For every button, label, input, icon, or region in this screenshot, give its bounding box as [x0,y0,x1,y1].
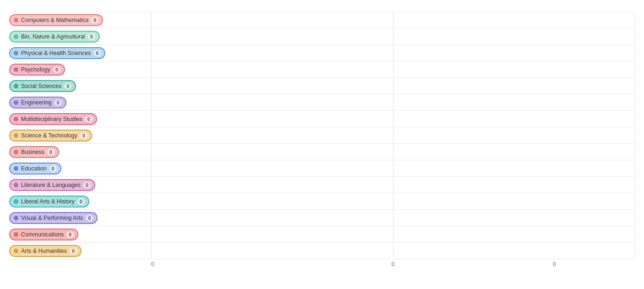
bar-track [151,45,635,61]
x-axis: 000 [9,261,635,267]
bar-label-area: Communications0 [9,226,151,242]
bar-row: Business0 [9,144,635,160]
x-axis-label: 0 [474,261,635,267]
bar-label: Science & Technology [21,132,77,139]
bar-track [151,160,635,176]
bar-track [151,94,635,110]
bar-row: Multidisciplinary Studies0 [9,111,635,127]
bar-row: Visual & Performing Arts0 [9,210,635,226]
bar-row: Bio, Nature & Agricultural0 [9,28,635,45]
bar-pill: Social Sciences0 [9,80,76,92]
bar-pill: Arts & Humanities0 [9,245,82,257]
bar-row: Arts & Humanities0 [9,243,635,259]
bar-label-area: Psychology0 [9,61,151,77]
bar-value: 0 [55,99,62,106]
bar-label: Psychology [21,66,50,73]
bar-label: Visual & Performing Arts [21,215,83,221]
bar-value: 0 [91,17,98,23]
bar-row: Education0 [9,160,635,177]
bar-label: Liberal Arts & History [21,198,75,205]
bar-pill: Engineering0 [9,97,66,109]
bar-label: Bio, Nature & Agricultural [21,33,85,40]
bar-row: Science & Technology0 [9,127,635,144]
bar-label: Business [21,149,44,155]
bar-label: Multidisciplinary Studies [21,116,82,122]
bar-row: Physical & Health Sciences0 [9,45,635,61]
bar-label: Communications [21,231,64,238]
bar-dot-icon [14,232,18,237]
bar-track [151,28,635,44]
bar-label-area: Arts & Humanities0 [9,243,151,259]
bar-pill: Communications0 [9,229,78,240]
bar-value: 0 [47,149,55,155]
bar-value: 0 [70,248,77,254]
bar-dot-icon [14,100,18,105]
bar-row: Communications0 [9,226,635,243]
bar-track [151,243,635,259]
bar-value: 0 [49,165,57,172]
bar-track [151,78,635,94]
bar-label-area: Computers & Mathematics0 [9,12,151,28]
bar-dot-icon [14,67,18,72]
bar-track [151,193,635,209]
bar-dot-icon [14,150,18,154]
bar-label-area: Social Sciences0 [9,78,151,94]
bar-track [151,144,635,160]
bar-dot-icon [14,18,18,22]
bar-label-area: Liberal Arts & History0 [9,193,151,209]
bar-pill: Computers & Mathematics0 [9,14,103,26]
bar-pill: Literature & Languages0 [9,179,95,191]
bar-value: 0 [77,198,85,205]
bar-row: Computers & Mathematics0 [9,12,635,28]
bar-pill: Liberal Arts & History0 [9,196,89,207]
bar-pill: Education0 [9,163,61,174]
bar-track [151,111,635,127]
bar-dot-icon [14,34,18,39]
bar-row: Psychology0 [9,61,635,78]
bar-label: Engineering [21,99,52,106]
bar-label-area: Bio, Nature & Agricultural0 [9,28,151,44]
bar-label: Computers & Mathematics [21,17,88,23]
bar-label-area: Physical & Health Sciences0 [9,45,151,61]
bar-value: 0 [80,132,87,139]
bar-value: 0 [64,83,71,89]
bar-label-area: Visual & Performing Arts0 [9,210,151,226]
bar-track [151,61,635,77]
bar-pill: Business0 [9,146,59,158]
bar-dot-icon [14,51,18,55]
bar-row: Literature & Languages0 [9,177,635,193]
bar-dot-icon [14,183,18,187]
bar-value: 0 [83,182,91,188]
bar-track [151,226,635,242]
bar-pill: Bio, Nature & Agricultural0 [9,31,100,43]
bar-dot-icon [14,84,18,88]
chart-container: Computers & Mathematics0Bio, Nature & Ag… [0,0,644,281]
bar-label-area: Business0 [9,144,151,160]
bar-label: Education [21,165,47,172]
bar-value: 0 [86,215,93,221]
bar-label-area: Science & Technology0 [9,127,151,143]
bar-dot-icon [14,249,18,253]
bar-value: 0 [53,66,60,73]
bar-pill: Science & Technology0 [9,130,92,142]
bar-track [151,210,635,226]
bar-value: 0 [85,116,92,122]
bar-dot-icon [14,216,18,220]
grid-line [635,12,635,259]
bar-pill: Psychology0 [9,64,65,76]
bar-label-area: Education0 [9,160,151,176]
bar-pill: Physical & Health Sciences0 [9,47,105,59]
bar-track [151,127,635,143]
bar-label-area: Engineering0 [9,94,151,110]
bar-pill: Visual & Performing Arts0 [9,212,98,224]
bar-value: 0 [93,50,101,56]
bar-label: Literature & Languages [21,182,81,188]
x-axis-label: 0 [312,261,474,267]
bar-value: 0 [88,33,95,40]
chart-area: Computers & Mathematics0Bio, Nature & Ag… [9,12,635,259]
bar-dot-icon [14,117,18,121]
bar-pill: Multidisciplinary Studies0 [9,113,97,125]
bar-label-area: Literature & Languages0 [9,177,151,193]
bar-dot-icon [14,133,18,138]
bar-track [151,12,635,28]
